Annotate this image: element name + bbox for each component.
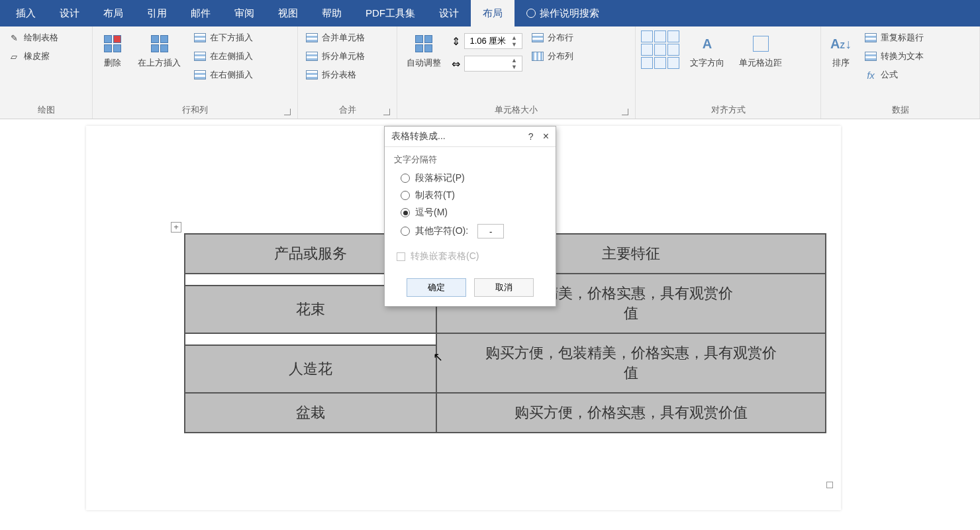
group-draw-label: 绘图 bbox=[5, 101, 87, 117]
close-icon[interactable]: × bbox=[543, 131, 549, 142]
formula-label: 公式 bbox=[881, 69, 898, 81]
group-alignment-label: 对齐方式 bbox=[641, 101, 815, 117]
dialog-launcher-icon[interactable] bbox=[284, 109, 291, 115]
ok-button[interactable]: 确定 bbox=[407, 278, 466, 297]
tab-references[interactable]: 引用 bbox=[135, 0, 179, 26]
table-row[interactable]: 购买方便，包装精美，价格实惠，具有观赏价 值 bbox=[185, 333, 826, 345]
radio-paragraph[interactable]: 段落标记(P) bbox=[401, 172, 546, 184]
tell-me-search[interactable]: 操作说明搜索 bbox=[514, 7, 599, 20]
group-merge: 合并单元格 拆分单元格 拆分表格 合并 bbox=[298, 26, 397, 119]
checkbox-label: 转换嵌套表格(C) bbox=[411, 250, 479, 262]
insert-right-icon bbox=[194, 69, 206, 81]
dialog-launcher-icon[interactable] bbox=[622, 109, 628, 115]
dialog-buttons: 确定 取消 bbox=[385, 273, 556, 306]
group-cell-size-label: 单元格大小 bbox=[403, 101, 630, 117]
group-cell-size: 自动调整 ⇕ ▲▼ ⇔ ▲▼ 分布行 分布列 单元格大小 bbox=[397, 26, 636, 119]
tab-mailings[interactable]: 邮件 bbox=[179, 0, 222, 26]
radio-icon bbox=[401, 227, 410, 236]
insert-below-icon bbox=[194, 32, 206, 44]
repeat-header-button[interactable]: 重复标题行 bbox=[862, 30, 926, 45]
radio-comma[interactable]: 逗号(M) bbox=[401, 207, 546, 219]
radio-icon bbox=[401, 208, 410, 217]
insert-above-button[interactable]: 在上方插入 bbox=[134, 30, 185, 72]
sort-button[interactable]: AZ↓ 排序 bbox=[826, 30, 856, 72]
help-icon[interactable]: ? bbox=[528, 131, 534, 142]
group-data: AZ↓ 排序 重复标题行 转换为文本 fx公式 数据 bbox=[821, 26, 980, 119]
distribute-cols-button[interactable]: 分布列 bbox=[529, 49, 576, 64]
cell-text: 购买方便，包装精美，价格实惠，具有观赏价 bbox=[485, 344, 777, 361]
tab-review[interactable]: 审阅 bbox=[222, 0, 266, 26]
formula-button[interactable]: fx公式 bbox=[862, 68, 926, 82]
autofit-button[interactable]: 自动调整 bbox=[403, 30, 445, 72]
tab-table-layout[interactable]: 布局 bbox=[471, 0, 514, 26]
radio-other[interactable]: 其他字符(O): bbox=[401, 224, 546, 238]
eraser-label: 橡皮擦 bbox=[24, 50, 50, 62]
tab-help[interactable]: 帮助 bbox=[310, 0, 354, 26]
checkbox-icon bbox=[397, 252, 405, 261]
delete-button[interactable]: 删除 bbox=[98, 30, 127, 72]
radio-icon bbox=[401, 174, 410, 183]
repeat-header-icon bbox=[865, 32, 877, 44]
table-anchor-icon[interactable]: + bbox=[171, 222, 181, 233]
convert-text-label: 转换为文本 bbox=[881, 50, 924, 62]
sort-label: 排序 bbox=[832, 57, 850, 69]
alignment-grid[interactable] bbox=[641, 30, 679, 69]
table-resize-handle[interactable] bbox=[826, 482, 833, 488]
insert-above-label: 在上方插入 bbox=[138, 57, 181, 69]
insert-below-button[interactable]: 在下方插入 bbox=[191, 30, 256, 45]
table-cell[interactable]: 购买方便，包装精美，价格实惠，具有观赏价 值 bbox=[436, 333, 826, 393]
split-cells-button[interactable]: 拆分单元格 bbox=[303, 49, 368, 64]
radio-label: 逗号(M) bbox=[415, 207, 448, 219]
tab-pdf-tools[interactable]: PDF工具集 bbox=[354, 0, 427, 26]
insert-above-icon bbox=[149, 33, 170, 54]
group-draw: ✎ 绘制表格 ▱ 橡皮擦 绘图 bbox=[0, 26, 93, 119]
cell-margins-button[interactable]: 单元格边距 bbox=[735, 30, 786, 72]
repeat-header-label: 重复标题行 bbox=[881, 32, 924, 44]
convert-text-icon bbox=[865, 50, 877, 62]
delete-icon bbox=[102, 33, 123, 54]
radio-label: 其他字符(O): bbox=[415, 225, 468, 237]
merge-cells-button[interactable]: 合并单元格 bbox=[303, 30, 368, 45]
eraser-button[interactable]: ▱ 橡皮擦 bbox=[5, 49, 61, 64]
cell-text: 装精美，价格实惠，具有观赏价 bbox=[529, 285, 733, 301]
insert-below-label: 在下方插入 bbox=[210, 32, 253, 44]
radio-tab[interactable]: 制表符(T) bbox=[401, 189, 546, 201]
row-height-input[interactable]: ▲▼ bbox=[464, 33, 522, 49]
delete-label: 删除 bbox=[104, 57, 121, 69]
convert-to-text-button[interactable]: 转换为文本 bbox=[862, 49, 926, 64]
cell-text: 值 bbox=[624, 364, 638, 381]
text-direction-button[interactable]: A 文字方向 bbox=[686, 30, 728, 72]
split-table-button[interactable]: 拆分表格 bbox=[303, 68, 368, 82]
sort-icon: AZ↓ bbox=[830, 33, 852, 54]
tab-design[interactable]: 设计 bbox=[48, 0, 91, 26]
distribute-rows-button[interactable]: 分布行 bbox=[529, 30, 576, 45]
insert-right-button[interactable]: 在右侧插入 bbox=[191, 68, 256, 82]
tab-insert[interactable]: 插入 bbox=[4, 0, 48, 26]
insert-left-button[interactable]: 在左侧插入 bbox=[191, 49, 256, 64]
col-width-input[interactable]: ▲▼ bbox=[464, 56, 522, 72]
group-alignment: A 文字方向 单元格边距 对齐方式 bbox=[636, 26, 821, 119]
table-cell[interactable]: 人造花 bbox=[185, 345, 436, 393]
tab-table-design[interactable]: 设计 bbox=[427, 0, 471, 26]
table-cell[interactable]: 盆栽 bbox=[185, 393, 436, 433]
table-cell[interactable]: 购买方便，价格实惠，具有观赏价值 bbox=[436, 393, 826, 433]
dialog-title: 表格转换成... bbox=[391, 131, 519, 142]
eraser-icon: ▱ bbox=[8, 50, 20, 62]
table-row[interactable]: 盆栽 购买方便，价格实惠，具有观赏价值 bbox=[185, 393, 826, 433]
tab-layout[interactable]: 布局 bbox=[91, 0, 135, 26]
insert-right-label: 在右侧插入 bbox=[210, 69, 253, 81]
group-rows-cols: 删除 在上方插入 在下方插入 在左侧插入 在右侧插入 行和列 bbox=[93, 26, 298, 119]
insert-left-label: 在左侧插入 bbox=[210, 50, 253, 62]
distribute-rows-icon bbox=[532, 32, 544, 44]
table-cell[interactable] bbox=[185, 333, 436, 345]
split-cells-icon bbox=[306, 50, 318, 62]
split-table-icon bbox=[306, 69, 318, 81]
other-char-input[interactable] bbox=[477, 224, 504, 238]
tell-me-label: 操作说明搜索 bbox=[540, 7, 599, 20]
nested-tables-checkbox: 转换嵌套表格(C) bbox=[397, 250, 546, 262]
draw-table-button[interactable]: ✎ 绘制表格 bbox=[5, 30, 61, 45]
tab-view[interactable]: 视图 bbox=[266, 0, 310, 26]
cancel-button[interactable]: 取消 bbox=[474, 278, 534, 297]
dialog-launcher-icon[interactable] bbox=[383, 109, 390, 115]
dialog-titlebar[interactable]: 表格转换成... ? × bbox=[385, 127, 556, 147]
